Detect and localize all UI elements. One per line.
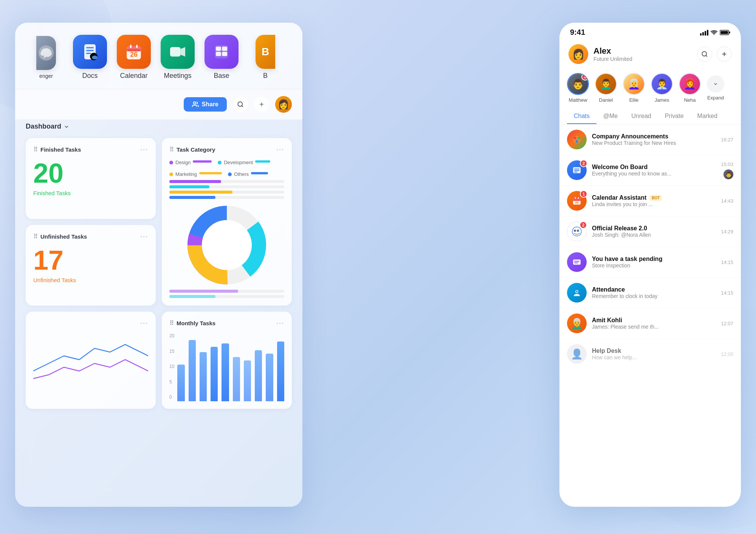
- legend-design: Design: [169, 160, 212, 165]
- svg-text:26: 26: [575, 201, 579, 204]
- app-icon-messenger-label: enger: [39, 73, 53, 79]
- avatar-face-mobile: 👩: [569, 44, 588, 64]
- add-action-btn[interactable]: [717, 47, 732, 62]
- dropdown-icon: [64, 124, 70, 130]
- unfinished-card-menu[interactable]: ···: [140, 233, 148, 241]
- unfinished-tasks-title: ⠿ Unfinished Tasks: [33, 233, 87, 240]
- chat-name-task: You have a task pending: [592, 256, 716, 262]
- chat-item-release[interactable]: 2 Official Release 2.0 Josh Singh: @Nora…: [559, 216, 741, 247]
- chat-preview-amit: James: Please send me th...: [592, 324, 716, 330]
- svg-point-55: [574, 230, 576, 232]
- profile-avatar[interactable]: 👩: [569, 44, 588, 64]
- unfinished-tasks-card: ⠿ Unfinished Tasks ··· 17 Unfinished Tas…: [26, 225, 156, 306]
- search-icon-mobile: [701, 51, 708, 57]
- card-menu-button[interactable]: ···: [140, 146, 148, 154]
- story-name-ellie: Ellie: [629, 97, 639, 103]
- add-button[interactable]: +: [254, 97, 269, 112]
- chat-item-attendance[interactable]: Attendance Remember to clock in today 14…: [559, 278, 741, 308]
- svg-rect-30: [702, 32, 704, 36]
- finished-tasks-label: Finished Tasks: [33, 190, 148, 196]
- svg-line-22: [242, 106, 243, 107]
- chat-time-task: 14:15: [721, 259, 733, 265]
- chat-content-release: Official Release 2.0 Josh Singh: @Nora A…: [592, 225, 716, 238]
- search-button[interactable]: [233, 97, 248, 112]
- story-matthew[interactable]: 👨 2 Matthew: [567, 73, 589, 103]
- chat-item-calendar[interactable]: 26 1 Calendar Assistant BOT Linda invite…: [559, 186, 741, 216]
- chat-meta-calendar: 14:43: [721, 198, 733, 204]
- share-button[interactable]: Share: [184, 97, 227, 112]
- chat-meta-task: 14:15: [721, 259, 733, 265]
- story-expand[interactable]: Expand: [707, 75, 724, 101]
- expand-button[interactable]: [707, 75, 724, 93]
- app-icon-messenger-partial[interactable]: enger: [27, 36, 65, 79]
- svg-rect-58: [574, 261, 579, 262]
- svg-marker-14: [181, 47, 186, 57]
- svg-point-43: [576, 140, 578, 143]
- chat-item-announcements[interactable]: Company Announcements New Product Traini…: [559, 124, 741, 155]
- chat-tabs: Chats @Me Unread Private Marked: [559, 109, 741, 124]
- profile-name: Alex: [593, 46, 632, 56]
- chat-icon-task: [567, 252, 587, 272]
- task-category-menu[interactable]: ···: [276, 146, 284, 154]
- app-icon-meetings-label: Meetings: [164, 72, 191, 80]
- app-icon-base[interactable]: Base: [203, 35, 240, 80]
- svg-point-54: [572, 227, 581, 236]
- svg-rect-18: [216, 52, 221, 56]
- chat-item-welcome[interactable]: 2 Welcome On Board Everything you need t…: [559, 155, 741, 186]
- monthly-tasks-title: ⠿ Monthly Tasks: [169, 320, 215, 327]
- tab-unread[interactable]: Unread: [624, 109, 658, 124]
- app-icon-meetings[interactable]: Meetings: [159, 35, 197, 80]
- app-icon-calendar[interactable]: 26 Calendar: [115, 35, 153, 80]
- bar-8: [255, 350, 262, 401]
- story-neha[interactable]: 👩‍🦰 Neha: [679, 73, 701, 103]
- app-icon-docs-label: Docs: [82, 72, 98, 80]
- dots-icon-4: ⠿: [169, 320, 174, 327]
- line-chart-menu[interactable]: ···: [140, 319, 148, 327]
- story-row: 👨 2 Matthew 👨‍🦱 Daniel 👩‍🦳 Ellie 👨‍💼 Jam…: [559, 70, 741, 109]
- y-axis: 20 15 10 5 0: [169, 333, 174, 401]
- chat-icon-announcements: [567, 130, 587, 149]
- header-actions: [697, 47, 732, 62]
- app-icon-partial-right[interactable]: B B: [246, 35, 284, 80]
- finished-tasks-title: ⠿ Finished Tasks: [33, 146, 81, 153]
- chat-preview-welcome: Everything you need to know as...: [592, 171, 716, 177]
- svg-rect-35: [729, 31, 730, 33]
- monthly-chart-area: 20 15 10 5 0: [169, 333, 284, 401]
- story-name-james: James: [655, 97, 669, 103]
- chat-item-task[interactable]: You have a task pending Store Inspection…: [559, 247, 741, 278]
- story-avatar-james: 👨‍💼: [651, 73, 673, 95]
- user-avatar[interactable]: 👩: [275, 96, 292, 113]
- story-ellie[interactable]: 👩‍🦳 Ellie: [623, 73, 645, 103]
- app-icon-docs[interactable]: Docs: [71, 35, 109, 80]
- svg-rect-29: [700, 33, 702, 36]
- chat-icon-partial: 👤: [567, 344, 587, 364]
- tab-me[interactable]: @Me: [596, 109, 624, 124]
- dots-icon: ⠿: [33, 146, 38, 153]
- story-daniel[interactable]: 👨‍🦱 Daniel: [595, 73, 617, 103]
- chat-icon-calendar: 26 1: [567, 191, 587, 211]
- line-chart: [33, 333, 148, 386]
- search-action-btn[interactable]: [697, 47, 712, 62]
- tab-private[interactable]: Private: [658, 109, 691, 124]
- chat-item-amit[interactable]: 👨‍🦳 Amit Kohli James: Please send me th.…: [559, 308, 741, 339]
- svg-rect-2: [86, 47, 94, 48]
- story-avatar-daniel: 👨‍🦱: [595, 73, 617, 95]
- task-icon: [572, 257, 582, 267]
- profile-company: Future Unlimited: [593, 56, 632, 62]
- tab-chats[interactable]: Chats: [567, 109, 596, 124]
- app-icons-row: enger Docs: [15, 23, 302, 89]
- dots-icon-2: ⠿: [169, 146, 174, 153]
- profile-info: 👩 Alex Future Unlimited: [569, 44, 632, 64]
- chat-meta-release: 14:29: [721, 229, 733, 234]
- chat-item-partial[interactable]: 👤 Help Desk How can we help... 12:00: [559, 339, 741, 369]
- chat-preview-partial: How can we help...: [592, 354, 716, 360]
- chat-content-amit: Amit Kohli James: Please send me th...: [592, 317, 716, 330]
- chat-content-welcome: Welcome On Board Everything you need to …: [592, 164, 716, 177]
- story-avatar-ellie: 👩‍🦳: [623, 73, 645, 95]
- tab-marked[interactable]: Marked: [691, 109, 724, 124]
- badge-release: 2: [579, 221, 587, 229]
- attendance-icon: [572, 288, 582, 298]
- story-james[interactable]: 👨‍💼 James: [651, 73, 673, 103]
- bar-5: [222, 343, 229, 401]
- monthly-tasks-menu[interactable]: ···: [276, 319, 284, 327]
